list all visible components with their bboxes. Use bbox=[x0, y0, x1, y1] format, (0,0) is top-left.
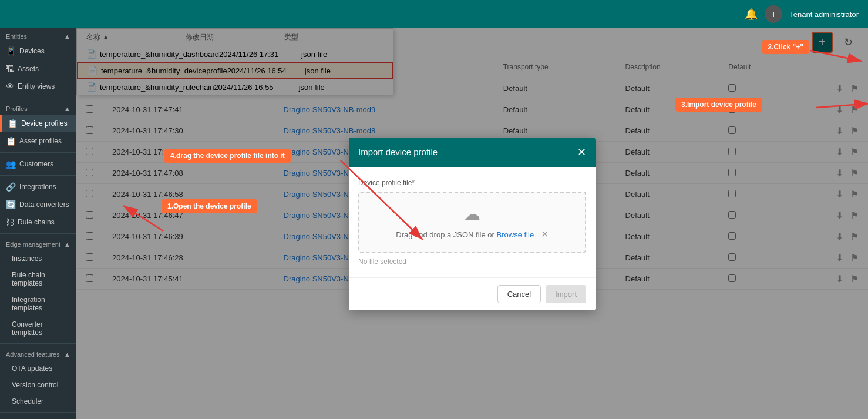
sidebar-item-assets[interactable]: 🏗 Assets bbox=[0, 60, 76, 78]
upload-icon: ☁ bbox=[371, 205, 573, 224]
sidebar-item-rule-chain-templates[interactable]: Rule chain templates bbox=[0, 267, 76, 291]
browse-link[interactable]: Browse file bbox=[497, 230, 534, 239]
sidebar-item-ota-updates[interactable]: OTA updates bbox=[0, 360, 76, 377]
chevron-up-icon: ▲ bbox=[64, 33, 70, 40]
integrations-icon: 🔗 bbox=[6, 182, 16, 192]
data-converters-icon: 🔄 bbox=[6, 200, 16, 209]
topbar-right: 🔔 T Tenant administrator bbox=[745, 5, 859, 23]
annotation-step1: 1.Open the device profile bbox=[162, 199, 257, 213]
annotation-step3: 3.Import device profile bbox=[675, 98, 762, 112]
main-content: Device profiles + ↻ Created time Name Tr… bbox=[76, 28, 868, 419]
app-body: Entities ▲ 📱 Devices 🏗 Assets 👁 Entity v… bbox=[0, 28, 868, 419]
asset-profiles-icon: 📋 bbox=[6, 136, 16, 146]
avatar[interactable]: T bbox=[765, 5, 782, 23]
modal-title: Import device profile bbox=[358, 147, 438, 157]
chevron-up-icon-3: ▲ bbox=[64, 241, 70, 248]
devices-icon: 📱 bbox=[6, 46, 16, 56]
sidebar-item-rule-chains[interactable]: ⛓ Rule chains bbox=[0, 213, 76, 231]
sidebar-item-instances[interactable]: Instances bbox=[0, 250, 76, 267]
sidebar-item-scheduler[interactable]: Scheduler bbox=[0, 393, 76, 410]
sidebar-item-customers[interactable]: 👥 Customers bbox=[0, 155, 76, 173]
modal-header: Import device profile ✕ bbox=[349, 138, 596, 167]
modal-footer: Cancel Import bbox=[349, 277, 596, 310]
annotation-step2: 2.Click "+" bbox=[762, 40, 809, 54]
sidebar-item-version-control[interactable]: Version control bbox=[0, 377, 76, 393]
sidebar-item-converter-templates[interactable]: Converter templates bbox=[0, 316, 76, 341]
sidebar-section-edge-mgmt[interactable]: Edge management ▲ bbox=[0, 236, 76, 250]
clear-button[interactable]: ✕ bbox=[541, 229, 549, 239]
sidebar-section-entities[interactable]: Entities ▲ bbox=[0, 28, 76, 42]
sidebar-item-data-converters[interactable]: 🔄 Data converters bbox=[0, 196, 76, 213]
import-button[interactable]: Import bbox=[546, 285, 586, 303]
modal-overlay: Import device profile ✕ Device profile f… bbox=[76, 28, 868, 419]
tenant-label: Tenant administrator bbox=[789, 10, 859, 19]
sidebar-section-profiles[interactable]: Profiles ▲ bbox=[0, 100, 76, 115]
sidebar-item-integration-templates[interactable]: Integration templates bbox=[0, 291, 76, 316]
modal-close-button[interactable]: ✕ bbox=[577, 146, 586, 159]
drop-zone[interactable]: ☁ Drag and drop a JSON file or Browse fi… bbox=[358, 192, 586, 253]
sidebar: Entities ▲ 📱 Devices 🏗 Assets 👁 Entity v… bbox=[0, 28, 76, 419]
customers-icon: 👥 bbox=[6, 159, 16, 169]
modal-body: Device profile file* ☁ Drag and drop a J… bbox=[349, 167, 596, 277]
entity-views-icon: 👁 bbox=[6, 82, 14, 91]
sidebar-item-integrations[interactable]: 🔗 Integrations bbox=[0, 178, 76, 196]
sidebar-item-device-profiles[interactable]: 📋 Device profiles bbox=[0, 115, 76, 132]
no-file-text: No file selected bbox=[358, 257, 586, 266]
notification-icon[interactable]: 🔔 bbox=[745, 8, 758, 21]
drop-text: Drag and drop a JSON file or bbox=[396, 230, 494, 239]
rule-chains-icon: ⛓ bbox=[6, 217, 14, 227]
annotation-step4: 4.drag the device profile file into it bbox=[164, 149, 291, 163]
sidebar-section-resources[interactable]: Resources ▲ bbox=[0, 415, 76, 419]
topbar: 🔔 T Tenant administrator bbox=[0, 0, 868, 28]
sidebar-item-devices[interactable]: 📱 Devices bbox=[0, 42, 76, 60]
chevron-up-icon-4: ▲ bbox=[64, 351, 70, 358]
assets-icon: 🏗 bbox=[6, 64, 14, 73]
device-profiles-icon: 📋 bbox=[8, 119, 18, 128]
sidebar-item-entity-views[interactable]: 👁 Entity views bbox=[0, 78, 76, 95]
cancel-button[interactable]: Cancel bbox=[497, 285, 541, 303]
import-modal: Import device profile ✕ Device profile f… bbox=[349, 138, 596, 310]
sidebar-item-asset-profiles[interactable]: 📋 Asset profiles bbox=[0, 132, 76, 150]
field-label: Device profile file* bbox=[358, 179, 586, 187]
sidebar-section-advanced[interactable]: Advanced features ▲ bbox=[0, 346, 76, 360]
chevron-up-icon-2: ▲ bbox=[64, 105, 70, 112]
